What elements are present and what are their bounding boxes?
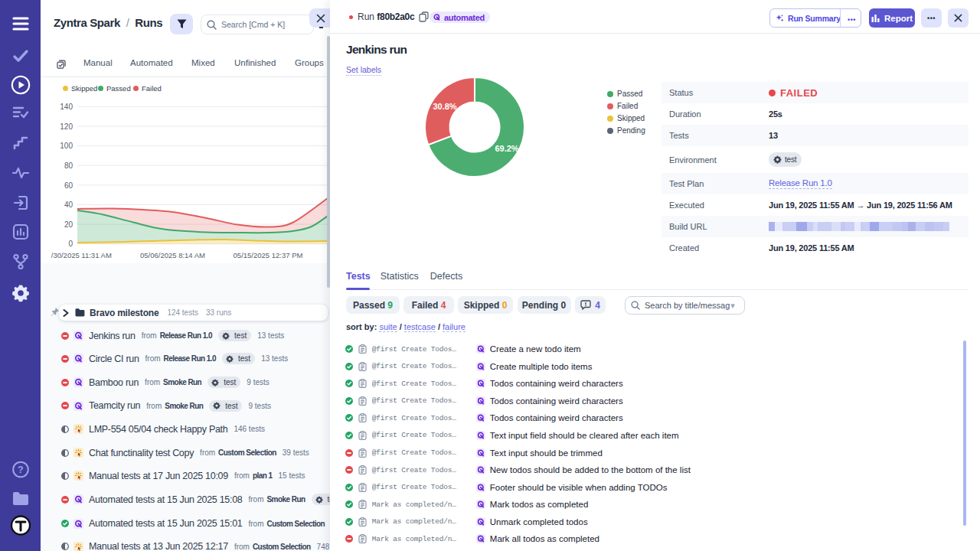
svg-text:100: 100 bbox=[60, 142, 73, 150]
svg-text:?: ? bbox=[18, 465, 23, 475]
svg-text:69.2%: 69.2% bbox=[495, 144, 518, 153]
svg-text:120: 120 bbox=[60, 122, 73, 131]
svg-text:0: 0 bbox=[68, 240, 73, 248]
svg-text:05/15/2025 12:37 PM: 05/15/2025 12:37 PM bbox=[234, 251, 303, 259]
svg-text:05/06/2025 8:14 AM: 05/06/2025 8:14 AM bbox=[140, 251, 205, 259]
svg-text:140: 140 bbox=[60, 103, 73, 111]
svg-text:20: 20 bbox=[64, 220, 74, 229]
svg-text:30.8%: 30.8% bbox=[433, 102, 456, 111]
svg-text:80: 80 bbox=[64, 161, 74, 170]
svg-text:40: 40 bbox=[64, 201, 74, 209]
svg-text:04/30/2025 11:31 AM: 04/30/2025 11:31 AM bbox=[51, 251, 112, 259]
svg-text:60: 60 bbox=[64, 181, 74, 190]
